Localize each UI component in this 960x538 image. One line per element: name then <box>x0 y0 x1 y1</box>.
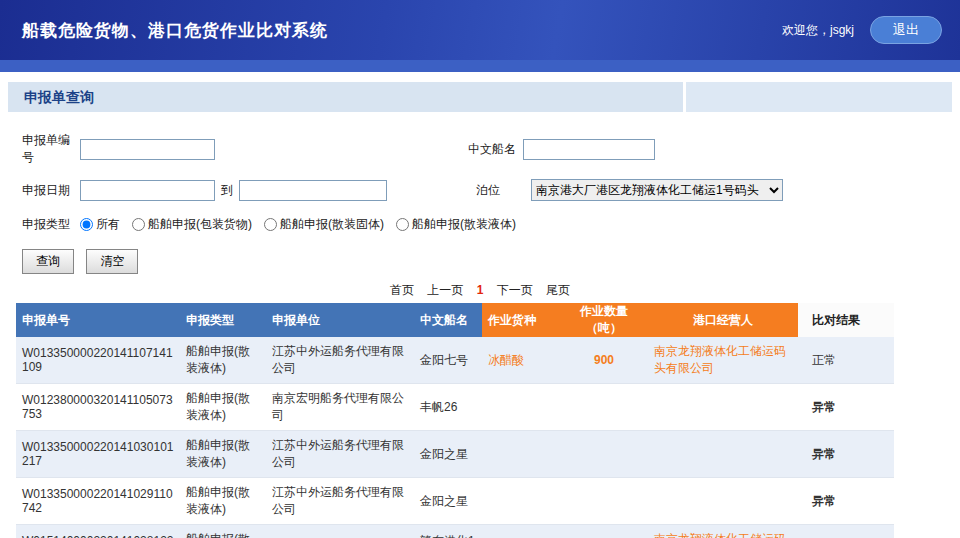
radio-bulk-solid-label: 船舶申报(散装固体) <box>280 216 384 233</box>
section-bar-right <box>686 82 952 112</box>
declaration-no-label: 申报单编号 <box>22 132 80 166</box>
cell-type: 船舶申报(散装液体) <box>180 431 266 478</box>
app-header: 船载危险货物、港口危货作业比对系统 欢迎您，jsgkj 退出 <box>0 0 960 60</box>
cell-result: 异常 <box>798 478 894 525</box>
table-row: W012380000320141105073753 船舶申报(散装液体) 南京宏… <box>16 384 894 431</box>
col-header-ship: 中文船名 <box>414 303 482 337</box>
cell-operator: 南京龙翔液体化工储运码头有限公司 <box>648 337 798 384</box>
table-header-row: 申报单号 申报类型 申报单位 中文船名 作业货种 作业数量（吨） 港口经营人 比… <box>16 303 894 337</box>
date-to-separator: 到 <box>221 182 233 199</box>
ship-name-label: 中文船名 <box>468 141 523 158</box>
cell-unit: 江西东港航运有限公司 <box>266 525 414 538</box>
cell-cargo: 冰醋酸 <box>482 337 560 384</box>
berth-select[interactable]: 南京港大厂港区龙翔液体化工储运1号码头 <box>531 179 783 201</box>
date-label: 申报日期 <box>22 182 80 199</box>
radio-packaged-goods[interactable]: 船舶申报(包装货物) <box>132 216 252 233</box>
cell-ship: 赣东港化166 <box>414 525 482 538</box>
radio-bulk-solid[interactable]: 船舶申报(散装固体) <box>264 216 384 233</box>
pagination-current-page[interactable]: 1 <box>477 283 484 297</box>
date-to-input[interactable] <box>239 180 387 201</box>
cell-operator: 南京龙翔液体化工储运码头有限公司 <box>648 525 798 538</box>
ship-name-input[interactable] <box>523 139 655 160</box>
declaration-no-input[interactable] <box>80 139 215 160</box>
cell-ship: 金阳之星 <box>414 478 482 525</box>
col-header-type: 申报类型 <box>180 303 266 337</box>
cell-type: 船舶申报(散装液体) <box>180 525 266 538</box>
declare-type-label: 申报类型 <box>22 216 80 233</box>
cell-operator <box>648 431 798 478</box>
col-header-unit: 申报单位 <box>266 303 414 337</box>
cell-quantity: 600 <box>560 525 648 538</box>
cell-result: 正常 <box>798 525 894 538</box>
cell-quantity <box>560 384 648 431</box>
header-subband <box>0 60 960 72</box>
date-from-input[interactable] <box>80 180 215 201</box>
pagination-next[interactable]: 下一页 <box>497 283 533 297</box>
table-row: W015140000220141028122151 船舶申报(散装液体) 江西东… <box>16 525 894 538</box>
button-row: 查询 清空 <box>22 249 960 274</box>
col-header-operator: 港口经营人 <box>648 303 798 337</box>
radio-packaged-goods-label: 船舶申报(包装货物) <box>148 216 252 233</box>
radio-bulk-solid-input[interactable] <box>264 218 277 231</box>
query-button[interactable]: 查询 <box>22 249 74 274</box>
radio-bulk-liquid-label: 船舶申报(散装液体) <box>412 216 516 233</box>
cell-result: 正常 <box>798 337 894 384</box>
cell-result: 异常 <box>798 384 894 431</box>
clear-button[interactable]: 清空 <box>86 249 138 274</box>
app-title: 船载危险货物、港口危货作业比对系统 <box>22 19 328 42</box>
table-row: W013350000220141030101217 船舶申报(散装液体) 江苏中… <box>16 431 894 478</box>
welcome-text: 欢迎您，jsgkj <box>782 22 854 39</box>
cell-unit: 江苏中外运船务代理有限公司 <box>266 431 414 478</box>
cell-ship: 金阳七号 <box>414 337 482 384</box>
cell-result: 异常 <box>798 431 894 478</box>
col-header-result: 比对结果 <box>798 303 894 337</box>
cell-quantity <box>560 478 648 525</box>
col-header-cargo: 作业货种 <box>482 303 560 337</box>
form-row-3: 申报类型 所有 船舶申报(包装货物) 船舶申报(散装固体) 船舶申报(散装液体) <box>22 216 960 233</box>
berth-label: 泊位 <box>476 182 531 199</box>
cell-type: 船舶申报(散装液体) <box>180 337 266 384</box>
cell-operator <box>648 478 798 525</box>
pagination-last[interactable]: 尾页 <box>546 283 570 297</box>
cell-declaration-no: W013350000220141030101217 <box>16 431 180 478</box>
cell-declaration-no: W015140000220141028122151 <box>16 525 180 538</box>
radio-all-input[interactable] <box>80 218 93 231</box>
radio-bulk-liquid-input[interactable] <box>396 218 409 231</box>
cell-quantity: 900 <box>560 337 648 384</box>
cell-ship: 金阳之星 <box>414 431 482 478</box>
results-table: 申报单号 申报类型 申报单位 中文船名 作业货种 作业数量（吨） 港口经营人 比… <box>16 303 894 538</box>
cell-quantity <box>560 431 648 478</box>
cell-cargo: 甲醇 <box>482 525 560 538</box>
cell-cargo <box>482 384 560 431</box>
cell-cargo <box>482 431 560 478</box>
header-right: 欢迎您，jsgkj 退出 <box>782 16 942 44</box>
cell-declaration-no: W012380000320141105073753 <box>16 384 180 431</box>
cell-declaration-no: W013350000220141029110742 <box>16 478 180 525</box>
cell-type: 船舶申报(散装液体) <box>180 478 266 525</box>
table-row: W013350000220141029110742 船舶申报(散装液体) 江苏中… <box>16 478 894 525</box>
cell-unit: 江苏中外运船务代理有限公司 <box>266 337 414 384</box>
pagination-prev[interactable]: 上一页 <box>427 283 463 297</box>
logout-button[interactable]: 退出 <box>870 16 942 44</box>
cell-unit: 南京宏明船务代理有限公司 <box>266 384 414 431</box>
radio-all-label: 所有 <box>96 216 120 233</box>
radio-all[interactable]: 所有 <box>80 216 120 233</box>
radio-packaged-goods-input[interactable] <box>132 218 145 231</box>
cell-operator <box>648 384 798 431</box>
pagination: 首页 上一页 1 下一页 尾页 <box>41 282 919 299</box>
form-row-2: 申报日期 到 泊位 南京港大厂港区龙翔液体化工储运1号码头 <box>22 179 960 201</box>
cell-unit: 江苏中外运船务代理有限公司 <box>266 478 414 525</box>
form-row-1: 申报单编号 中文船名 <box>22 132 960 166</box>
col-header-declaration-no: 申报单号 <box>16 303 180 337</box>
cell-declaration-no: W013350000220141107141109 <box>16 337 180 384</box>
section-title: 申报单查询 <box>8 82 683 112</box>
pagination-first[interactable]: 首页 <box>390 283 414 297</box>
cell-ship: 丰帆26 <box>414 384 482 431</box>
table-row: W013350000220141107141109 船舶申报(散装液体) 江苏中… <box>16 337 894 384</box>
section-bar: 申报单查询 <box>8 82 952 112</box>
radio-bulk-liquid[interactable]: 船舶申报(散装液体) <box>396 216 516 233</box>
cell-type: 船舶申报(散装液体) <box>180 384 266 431</box>
cell-cargo <box>482 478 560 525</box>
col-header-quantity: 作业数量（吨） <box>560 303 648 337</box>
